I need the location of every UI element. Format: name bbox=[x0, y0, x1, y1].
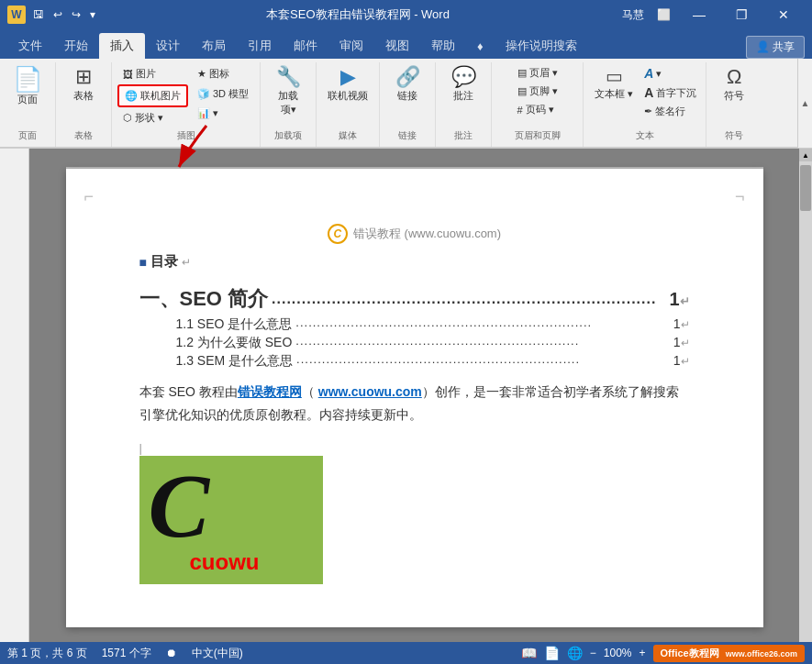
tab-help[interactable]: 帮助 bbox=[420, 33, 466, 59]
empty-line-2 bbox=[139, 448, 690, 456]
ribbon-group-media: ▶ 联机视频 媒体 bbox=[317, 62, 380, 147]
tab-layout[interactable]: 布局 bbox=[191, 33, 237, 59]
body-link[interactable]: 错误教程网 bbox=[238, 384, 302, 399]
symbol-group-content: Ω 符号 bbox=[712, 64, 756, 127]
dropcap-label: 首字下沉 bbox=[656, 86, 696, 100]
window-title: 本套SEO教程由错误教程网 - Word bbox=[99, 6, 617, 23]
tab-references[interactable]: 引用 bbox=[237, 33, 283, 59]
undo-button[interactable]: ↩ bbox=[50, 6, 66, 23]
title-bar-right: 马慧 ⬜ — ❐ ✕ bbox=[617, 0, 805, 29]
tab-mailings[interactable]: 邮件 bbox=[283, 33, 328, 59]
tab-file[interactable]: 文件 bbox=[7, 33, 53, 59]
corner-mark-tr: ⌐ bbox=[735, 187, 745, 206]
header-button[interactable]: ▤ 页眉 ▾ bbox=[514, 64, 562, 82]
wordart-button[interactable]: A ▾ bbox=[640, 64, 700, 83]
status-bar-right: 📖 📄 🌐 − 100% + Office教程网 www.office26.co… bbox=[521, 645, 805, 662]
icons-button[interactable]: ★ 图标 bbox=[192, 64, 254, 83]
touch-mode-button[interactable]: ⬜ bbox=[653, 6, 674, 23]
3d-model-button[interactable]: 🧊 3D 模型 bbox=[192, 84, 254, 104]
addins-button[interactable]: 🔧 加载项▾ bbox=[266, 64, 310, 119]
text-group-label: 文本 bbox=[636, 129, 654, 145]
view-mode-web[interactable]: 🌐 bbox=[567, 646, 583, 660]
tab-review[interactable]: 审阅 bbox=[328, 33, 374, 59]
signature-button[interactable]: ✒ 签名行 bbox=[640, 103, 700, 120]
scroll-up-button[interactable]: ▲ bbox=[799, 149, 812, 161]
content-area: 页面 bbox=[0, 149, 812, 642]
addins-group-content: 🔧 加载项▾ bbox=[266, 64, 310, 127]
tab-view[interactable]: 视图 bbox=[374, 33, 420, 59]
page-icon: 📄 bbox=[13, 67, 42, 91]
text-group-content: ▭ 文本框 ▾ A ▾ A 首字下沉 ✒ bbox=[589, 64, 700, 127]
zoom-out-button[interactable]: − bbox=[590, 647, 596, 659]
pilcrow-sub3: ↵ bbox=[681, 355, 690, 368]
wordart-label: ▾ bbox=[656, 68, 662, 80]
tab-diamond[interactable]: ♦ bbox=[466, 33, 495, 59]
comment-group-label: 批注 bbox=[454, 129, 473, 145]
textbox-button[interactable]: ▭ 文本框 ▾ bbox=[589, 64, 639, 104]
picture-button[interactable]: 🖼 图片 bbox=[117, 64, 188, 83]
user-name[interactable]: 马慧 bbox=[617, 6, 650, 25]
table-button[interactable]: ⊞ 表格 bbox=[61, 64, 106, 105]
online-picture-icon: 🌐 bbox=[125, 90, 138, 102]
body-link-2[interactable]: www.cuowu.com bbox=[318, 384, 422, 399]
textbox-icon: ▭ bbox=[606, 67, 623, 85]
tab-insert[interactable]: 插入 bbox=[99, 33, 145, 59]
tab-design[interactable]: 设计 bbox=[145, 33, 191, 59]
symbol-button[interactable]: Ω 符号 bbox=[712, 64, 756, 105]
toc-sub3-text: 1.3 SEM 是什么意思 bbox=[176, 353, 294, 370]
toc-sub1-num: 1 bbox=[673, 316, 681, 331]
header-label: 页眉 ▾ bbox=[529, 66, 558, 80]
online-video-button[interactable]: ▶ 联机视频 bbox=[322, 64, 373, 105]
office-badge: Office教程网 www.office26.com bbox=[653, 645, 805, 662]
page-scroll-area[interactable]: ⌐ ⌐ C 错误教程 (www.cuowu.com) ■ 目录 ↵ bbox=[29, 149, 799, 642]
view-mode-print[interactable]: 📄 bbox=[544, 646, 560, 660]
body-paragraph: 本套 SEO 教程由错误教程网（ www.cuowu.com）创作，是一套非常适… bbox=[139, 381, 690, 426]
page-number-button[interactable]: # 页码 ▾ bbox=[514, 101, 562, 118]
online-video-icon: ▶ bbox=[340, 67, 356, 87]
link-label: 链接 bbox=[397, 89, 417, 103]
toc-title-line: ■ 目录 ↵ bbox=[139, 253, 690, 271]
toc-sub-dots-2: ........................................… bbox=[295, 334, 669, 348]
link-button[interactable]: 🔗 链接 bbox=[385, 64, 429, 105]
customize-qat-button[interactable]: ▾ bbox=[86, 6, 99, 23]
tab-search[interactable]: 操作说明搜索 bbox=[495, 33, 588, 59]
scroll-thumb[interactable] bbox=[800, 165, 811, 211]
share-button[interactable]: 👤 共享 bbox=[746, 36, 805, 59]
icons-label: 图标 bbox=[209, 67, 229, 81]
ribbon-group-header-footer: ▤ 页眉 ▾ ▤ 页脚 ▾ # 页码 ▾ 页眉和页脚 bbox=[492, 62, 584, 147]
dropcap-button[interactable]: A 首字下沉 bbox=[640, 83, 700, 102]
comment-button[interactable]: 💬 批注 bbox=[441, 64, 485, 105]
redo-button[interactable]: ↪ bbox=[68, 6, 84, 23]
office-badge-website: www.office26.com bbox=[726, 649, 797, 658]
nav-pages-button[interactable]: 页面 bbox=[6, 152, 22, 156]
restore-button[interactable]: ❐ bbox=[720, 0, 762, 29]
save-button[interactable]: 🖫 bbox=[29, 6, 48, 23]
ribbon-scroll-button[interactable]: ▲ bbox=[797, 59, 812, 148]
header-footer-col: ▤ 页眉 ▾ ▤ 页脚 ▾ # 页码 ▾ bbox=[514, 64, 562, 118]
toc-dots-1: ........................................… bbox=[272, 291, 665, 307]
ribbon-group-links: 🔗 链接 链接 bbox=[380, 62, 436, 147]
tab-home[interactable]: 开始 bbox=[53, 33, 99, 59]
comment-icon: 💬 bbox=[451, 67, 476, 87]
addins-icon: 🔧 bbox=[276, 67, 301, 87]
close-button[interactable]: ✕ bbox=[762, 0, 805, 29]
minimize-button[interactable]: — bbox=[678, 0, 720, 29]
page-button[interactable]: 📄 页面 bbox=[6, 64, 50, 109]
zoom-level: 100% bbox=[604, 647, 632, 659]
page-info: 第 1 页，共 6 页 bbox=[7, 646, 87, 661]
footer-button[interactable]: ▤ 页脚 ▾ bbox=[514, 83, 562, 100]
table-group-content: ⊞ 表格 bbox=[61, 64, 106, 127]
links-group-label: 链接 bbox=[398, 129, 417, 145]
online-picture-button[interactable]: 🌐 联机图片 bbox=[117, 84, 188, 107]
shapes-label: 形状 ▾ bbox=[135, 111, 163, 125]
ribbon-tabs-right: 👤 共享 bbox=[746, 36, 812, 59]
header-footer-group-label: 页眉和页脚 bbox=[515, 129, 561, 145]
view-mode-read[interactable]: 📖 bbox=[521, 646, 537, 660]
3d-model-icon: 🧊 bbox=[197, 88, 210, 100]
cuowu-c-large: C bbox=[149, 460, 210, 552]
vertical-scrollbar[interactable]: ▲ bbox=[799, 149, 812, 642]
smartart-button[interactable]: 📊 ▾ bbox=[192, 105, 254, 122]
watermark-text: 错误教程 (www.cuowu.com) bbox=[353, 226, 501, 242]
online-picture-label: 联机图片 bbox=[140, 89, 181, 103]
zoom-in-button[interactable]: + bbox=[640, 647, 646, 659]
